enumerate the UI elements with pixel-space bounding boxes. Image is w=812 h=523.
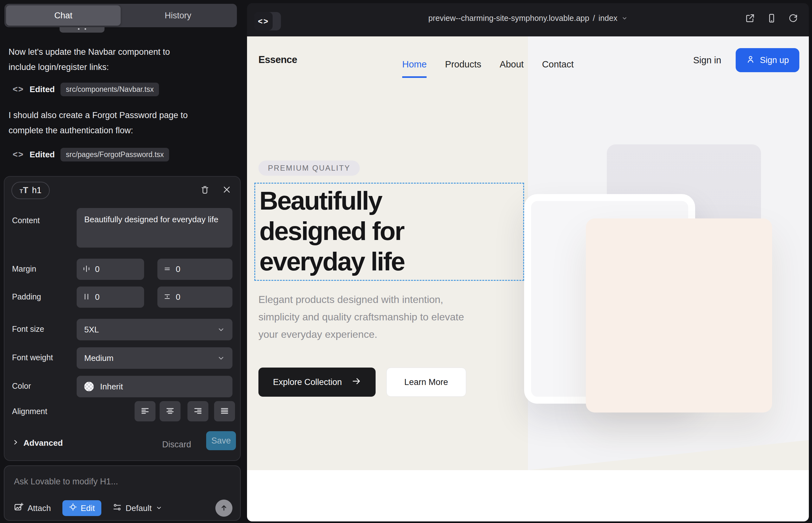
- font-size-label: Font size: [12, 325, 44, 334]
- chevron-down-icon: [621, 15, 628, 21]
- decor-diagonal-wedge: [528, 440, 809, 470]
- refresh-icon: [788, 13, 798, 24]
- align-right-button[interactable]: [188, 401, 208, 421]
- scrolled-chip-remnant: [59, 27, 105, 33]
- color-label: Color: [12, 381, 31, 391]
- type-icon: TT: [20, 185, 28, 195]
- url-separator: /: [593, 14, 595, 23]
- padding-x-input[interactable]: [77, 287, 144, 308]
- chevron-down-icon: [156, 503, 162, 513]
- site-navbar: Essence Home Products About Contact Sign…: [247, 36, 809, 84]
- delete-element-button[interactable]: [200, 185, 210, 195]
- sign-in-button[interactable]: Sign in: [693, 55, 721, 66]
- chevron-down-icon: [217, 326, 225, 333]
- browser-chrome: <> preview--charming-site-symphony.lovab…: [247, 3, 809, 36]
- hero-description: Elegant products designed with intention…: [259, 291, 480, 343]
- auth-actions: Sign in Sign up: [693, 48, 799, 72]
- chevron-down-icon: [217, 354, 225, 362]
- url-page: index: [599, 14, 618, 23]
- close-editor-button[interactable]: [222, 185, 231, 195]
- mobile-view-button[interactable]: [767, 13, 777, 24]
- model-default-button[interactable]: Default: [113, 503, 162, 514]
- padding-y-input[interactable]: [157, 287, 232, 308]
- dot-icon: [85, 28, 86, 30]
- open-in-new-tab-button[interactable]: [745, 13, 755, 24]
- composer-input[interactable]: [14, 477, 229, 487]
- send-button[interactable]: [215, 500, 232, 517]
- sliders-icon: [113, 503, 122, 514]
- code-icon: <>: [13, 150, 24, 160]
- align-right-icon: [193, 406, 203, 417]
- color-select[interactable]: Inherit: [77, 376, 232, 397]
- file-chip[interactable]: src/components/Navbar.tsx: [60, 83, 159, 96]
- assistant-message: Now let's update the Navbar component to…: [8, 44, 195, 75]
- chat-panel: Chat History Now let's update the Navbar…: [0, 0, 247, 523]
- margin-x-input[interactable]: [77, 259, 144, 280]
- align-left-button[interactable]: [135, 401, 156, 421]
- selected-element-badge[interactable]: TT h1: [12, 182, 50, 199]
- nav-link-contact[interactable]: Contact: [542, 59, 574, 70]
- advanced-toggle[interactable]: Advanced: [12, 438, 63, 448]
- hero-cta-row: Explore Collection Learn More: [259, 367, 466, 397]
- external-link-icon: [745, 13, 755, 24]
- smartphone-icon: [767, 13, 777, 24]
- assistant-message: I should also create a Forgot Password p…: [8, 108, 195, 138]
- chat-composer: Attach Edit Default: [4, 465, 241, 521]
- close-icon: [222, 185, 231, 195]
- margin-y-input[interactable]: [157, 259, 232, 280]
- tab-history[interactable]: History: [121, 5, 235, 26]
- hero-heading[interactable]: Beautifully designed for everyday life: [259, 185, 424, 277]
- margin-horizontal-icon: [82, 265, 91, 274]
- edited-label: Edited: [30, 150, 55, 160]
- attach-button[interactable]: Attach: [14, 502, 51, 514]
- url-bar[interactable]: preview--charming-site-symphony.lovable.…: [428, 14, 628, 23]
- align-center-button[interactable]: [160, 401, 180, 421]
- margin-label: Margin: [12, 264, 36, 273]
- nav-links: Home Products About Contact: [402, 59, 574, 70]
- preview-pane: <> preview--charming-site-symphony.lovab…: [247, 3, 809, 521]
- attach-image-icon: [14, 502, 23, 514]
- file-chip[interactable]: src/pages/ForgotPassword.tsx: [60, 148, 169, 161]
- arrow-right-icon: [352, 376, 361, 388]
- decor-card-cream: [586, 218, 772, 413]
- font-weight-select[interactable]: Medium: [77, 347, 232, 369]
- user-icon: [746, 55, 755, 66]
- alignment-label: Alignment: [12, 407, 47, 416]
- content-textarea[interactable]: Beautifully designed for everyday life: [77, 208, 232, 248]
- view-toggle-group: <>: [254, 12, 281, 30]
- target-icon: [69, 503, 77, 513]
- padding-vertical-icon: [163, 292, 171, 302]
- premium-quality-badge: PREMIUM QUALITY: [259, 161, 360, 176]
- site-logo[interactable]: Essence: [259, 54, 297, 66]
- content-label: Content: [12, 216, 40, 225]
- transparent-swatch-icon: [84, 382, 94, 391]
- nav-link-products[interactable]: Products: [445, 59, 481, 70]
- edited-file-row: <> Edited src/pages/ForgotPassword.tsx: [13, 147, 169, 162]
- save-button[interactable]: Save: [206, 431, 236, 450]
- selected-h1-outline[interactable]: Beautifully designed for everyday life: [254, 183, 524, 281]
- sign-up-button[interactable]: Sign up: [736, 48, 799, 72]
- discard-button[interactable]: Discard: [162, 440, 191, 450]
- edit-mode-button[interactable]: Edit: [63, 500, 101, 516]
- code-view-toggle[interactable]: <>: [254, 12, 273, 30]
- url-host: preview--charming-site-symphony.lovable.…: [428, 14, 589, 23]
- explore-collection-button[interactable]: Explore Collection: [259, 367, 376, 397]
- nav-link-about[interactable]: About: [500, 59, 524, 70]
- font-weight-label: Font weight: [12, 353, 53, 362]
- trash-icon: [200, 185, 210, 195]
- element-tag-label: h1: [32, 185, 41, 195]
- edited-label: Edited: [30, 85, 55, 94]
- tab-chat[interactable]: Chat: [6, 5, 121, 26]
- refresh-button[interactable]: [788, 13, 798, 24]
- align-justify-icon: [220, 406, 229, 417]
- arrow-up-icon: [220, 504, 228, 513]
- learn-more-button[interactable]: Learn More: [386, 367, 466, 397]
- app-root: Chat History Now let's update the Navbar…: [0, 0, 812, 523]
- padding-label: Padding: [12, 292, 41, 301]
- element-editor-panel: TT h1 Content Beautifully designed for e…: [4, 176, 241, 461]
- chevron-right-icon: [12, 438, 19, 448]
- font-size-select[interactable]: 5XL: [77, 319, 232, 340]
- edited-file-row: <> Edited src/components/Navbar.tsx: [13, 82, 159, 97]
- align-justify-button[interactable]: [214, 401, 235, 421]
- nav-link-home[interactable]: Home: [402, 59, 427, 70]
